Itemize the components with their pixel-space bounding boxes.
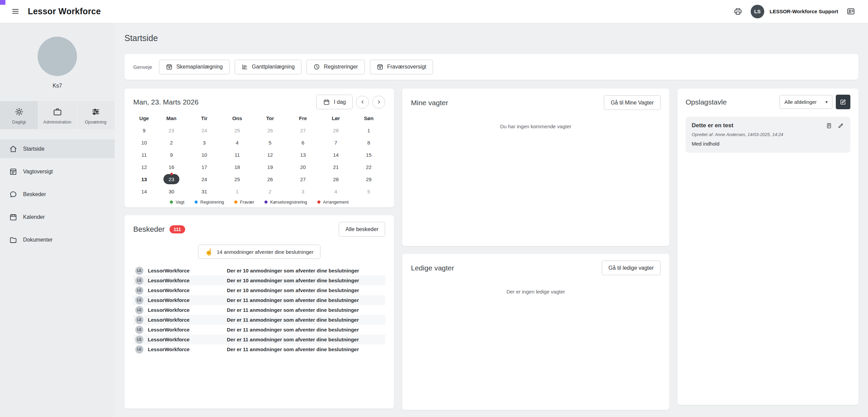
sidebar-item-dokumenter[interactable]: Dokumenter: [0, 230, 115, 249]
calendar-day[interactable]: 10: [188, 149, 221, 161]
calendar-day[interactable]: 3: [188, 136, 221, 149]
shortcuts-card: Genveje SkemaplanlægningGanttplanlægning…: [124, 54, 859, 80]
calendar-day[interactable]: 18: [221, 161, 254, 173]
calendar-day[interactable]: 4: [221, 136, 254, 149]
message-text: Der er 10 anmodninger som afventer dine …: [227, 287, 359, 293]
shortcut-button-frav-rsoversigt[interactable]: Fraværsoversigt: [370, 60, 433, 74]
calendar-prev-button[interactable]: [356, 96, 369, 109]
calendar-day[interactable]: 12: [254, 149, 287, 161]
calendar-day[interactable]: 2: [254, 185, 287, 197]
calendar-week-number: 13: [133, 173, 155, 185]
sidebar-tab-label: Dagligt: [12, 119, 26, 125]
go-to-open-shifts-button[interactable]: Gå til ledige vagter: [602, 261, 660, 275]
calendar-day[interactable]: 28: [319, 173, 352, 185]
calendar-day[interactable]: 22: [352, 161, 385, 173]
calendar-day[interactable]: 4: [319, 185, 352, 197]
calendar-day[interactable]: 5: [254, 136, 287, 149]
post-title-row: Dette er en test: [692, 122, 844, 129]
calendar-day[interactable]: 21: [319, 161, 352, 173]
calendar-day[interactable]: 7: [319, 136, 352, 149]
chevron-left-icon: [360, 99, 366, 105]
shortcut-buttons: SkemaplanlægningGanttplanlægningRegistre…: [159, 60, 433, 74]
sidebar-item-vagtoversigt[interactable]: Vagtoversigt: [0, 162, 115, 181]
message-row[interactable]: LELessorWorkforceDer er 10 anmodninger s…: [133, 266, 385, 276]
message-row[interactable]: LELessorWorkforceDer er 11 anmodninger s…: [133, 315, 385, 325]
clock-icon: [313, 63, 320, 70]
pending-requests-button[interactable]: ☝ 14 anmodninger afventer dine beslutnin…: [198, 245, 321, 259]
pencil-icon[interactable]: [837, 122, 844, 129]
message-row[interactable]: LELessorWorkforceDer er 10 anmodninger s…: [133, 276, 385, 285]
gantt-icon: [241, 63, 248, 70]
calendar-day[interactable]: 1: [221, 185, 254, 197]
legend-dot: [234, 201, 237, 204]
message-text: Der er 11 anmodninger som afventer dine …: [227, 297, 359, 303]
calendar-day[interactable]: 31: [188, 185, 221, 197]
sidebar-tab-administration[interactable]: Administration: [38, 101, 77, 129]
calendar-day-header: Tor: [254, 112, 287, 124]
calendar-day[interactable]: 20: [287, 161, 319, 173]
user-avatar[interactable]: LS: [751, 5, 764, 18]
message-row[interactable]: LELessorWorkforceDer er 10 anmodninger s…: [133, 285, 385, 295]
calendar-day[interactable]: 28: [319, 124, 352, 136]
message-row[interactable]: LELessorWorkforceDer er 11 anmodninger s…: [133, 305, 385, 315]
sidebar-item-beskeder[interactable]: Beskeder: [0, 185, 115, 204]
go-to-my-shifts-button[interactable]: Gå til Mine Vagter: [604, 95, 660, 110]
calendar-day-header: Fre: [287, 112, 319, 124]
calendar-day[interactable]: 15: [352, 149, 385, 161]
go-to-open-shifts-label: Gå til ledige vagter: [609, 265, 654, 271]
print-button[interactable]: [731, 4, 745, 19]
clipboard-icon[interactable]: [826, 122, 832, 129]
legend-item-k-rselsregistrering: Kørselsregistrering: [264, 200, 307, 205]
calendar-day[interactable]: 17: [188, 161, 221, 173]
calendar-day[interactable]: 11: [221, 149, 254, 161]
sidebar-tab-dagligt[interactable]: Dagligt: [0, 101, 38, 129]
calendar-day[interactable]: 14: [319, 149, 352, 161]
calendar-day[interactable]: 1: [352, 124, 385, 136]
calendar-day[interactable]: 23: [155, 124, 188, 136]
sidebar-tab-ops-tning[interactable]: Opsætning: [77, 101, 115, 129]
shortcut-button-registreringer[interactable]: Registreringer: [307, 60, 364, 74]
calendar-day[interactable]: 6: [287, 136, 319, 149]
message-sender: LessorWorkforce: [148, 268, 227, 273]
calendar-day[interactable]: 27: [287, 124, 319, 136]
calendar-day[interactable]: 25: [221, 173, 254, 185]
sidebar-item-startside[interactable]: Startside: [0, 139, 115, 158]
message-row[interactable]: LELessorWorkforceDer er 11 anmodninger s…: [133, 325, 385, 335]
calendar-day[interactable]: 2: [155, 136, 188, 149]
calendar-day[interactable]: 13: [287, 149, 319, 161]
department-select[interactable]: Alle afdelinger ▾: [780, 95, 832, 109]
calendar-day[interactable]: 5: [352, 185, 385, 197]
message-sender: LessorWorkforce: [148, 297, 227, 303]
calendar-day[interactable]: 24: [188, 124, 221, 136]
calendar-day[interactable]: 9: [155, 149, 188, 161]
sidebar-item-kalender[interactable]: Kalender: [0, 208, 115, 226]
calendar-day[interactable]: 27: [287, 173, 319, 185]
calendar-day[interactable]: 8: [352, 136, 385, 149]
today-button[interactable]: I dag: [316, 95, 353, 109]
calendar-day[interactable]: 19: [254, 161, 287, 173]
legend-label: Kørselsregistrering: [270, 200, 307, 205]
calendar-day[interactable]: 30: [155, 185, 188, 197]
calendar-day[interactable]: 24: [188, 173, 221, 185]
shortcut-button-ganttplanl-gning[interactable]: Ganttplanlægning: [235, 60, 301, 74]
calendar-day[interactable]: 23: [155, 173, 188, 185]
calendar-day[interactable]: 26: [254, 173, 287, 185]
sidebar-item-label: Vagtoversigt: [23, 169, 53, 175]
calendar-day[interactable]: 26: [254, 124, 287, 136]
calendar-day[interactable]: 25: [221, 124, 254, 136]
message-row[interactable]: LELessorWorkforceDer er 11 anmodninger s…: [133, 335, 385, 344]
message-sender: LessorWorkforce: [148, 287, 227, 293]
shortcut-button-skemaplanl-gning[interactable]: Skemaplanlægning: [159, 60, 230, 74]
contact-card-button[interactable]: [844, 4, 858, 19]
profile-avatar[interactable]: [38, 37, 77, 76]
folder-icon: [9, 236, 17, 244]
message-row[interactable]: LELessorWorkforceDer er 11 anmodninger s…: [133, 295, 385, 305]
calendar-day[interactable]: 16: [155, 161, 188, 173]
calendar-day[interactable]: 29: [352, 173, 385, 185]
all-messages-button[interactable]: Alle beskeder: [339, 222, 385, 236]
menu-button[interactable]: [8, 4, 22, 19]
message-row[interactable]: LELessorWorkforceDer er 11 anmodninger s…: [133, 344, 385, 354]
calendar-next-button[interactable]: [372, 96, 385, 109]
calendar-day[interactable]: 3: [287, 185, 319, 197]
compose-button[interactable]: [836, 95, 850, 109]
